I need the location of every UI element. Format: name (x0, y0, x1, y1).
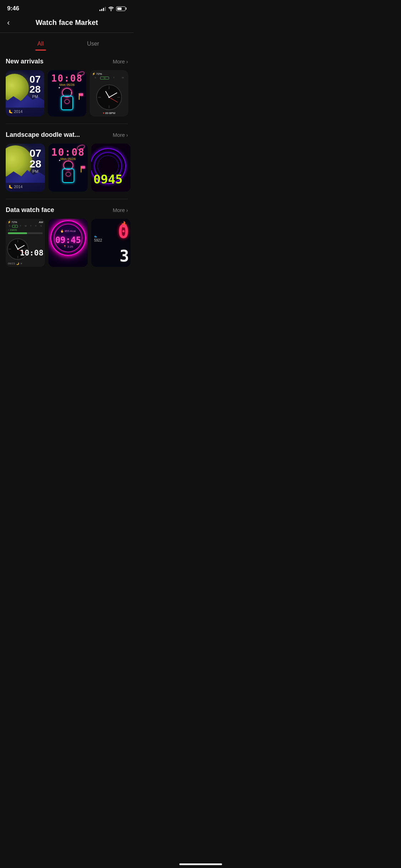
lightning-icon: ⚡ (92, 72, 96, 76)
status-time: 9:46 (7, 5, 19, 12)
cards-row-data: ⚡ 72% AM S M T W T F S ↑ 2340S (0, 219, 134, 267)
weekday-row: S M T W (91, 77, 127, 79)
neon-time-display: 0945 (93, 173, 123, 185)
status-icons (99, 6, 127, 11)
progress-bar-bg (8, 232, 43, 234)
location-pin-icon: 📍 (63, 245, 67, 248)
section-landscape-doodle: Landscape doodle wat... More › 07 28 PM … (0, 131, 134, 192)
cards-row-landscape: 07 28 PM 🦶 2014 10:08 Mon 05/26 (0, 144, 134, 192)
more-button-new-arrivals[interactable]: More › (113, 58, 128, 64)
walk-icon: 🦶 (9, 185, 13, 189)
analog-clock-face (96, 84, 122, 110)
section-title-new-arrivals: New arrivals (6, 58, 43, 65)
chevron-right-icon-3: › (126, 207, 128, 213)
astro-date-2: Mon 05/26 (48, 157, 88, 161)
section-header-landscape: Landscape doodle wat... More › (0, 131, 134, 139)
clock-center-2 (17, 248, 19, 250)
steps-count-number: 5922 (94, 238, 102, 242)
section-new-arrivals: New arrivals More › 07 28 PM 🦶 2014 10:0… (0, 58, 134, 117)
arrow-up-icon: ↑ (8, 229, 9, 231)
status-bar: 9:46 (0, 0, 134, 16)
card-astro-1[interactable]: 10:08 Mon 05/26 ✦ ✦ (48, 70, 86, 117)
section-data-watch: Data watch face More › ⚡ 72% AM S M T W (0, 206, 134, 267)
suit-graphic-2 (62, 169, 74, 183)
svg-point-0 (110, 10, 112, 11)
second-hand (109, 97, 118, 103)
separator-1 (6, 124, 128, 124)
section-title-landscape: Landscape doodle wat... (6, 131, 80, 139)
bpm-display: ♥ 89 BPM (103, 112, 115, 115)
card-time-display-2: 07 28 PM (30, 148, 41, 174)
card-data-clock-1[interactable]: ⚡ 72% AM S M T W T F S ↑ 2340S (6, 219, 45, 267)
neon-center-time: 09:45 (48, 235, 88, 245)
bottom-spacer (0, 267, 134, 285)
card-year-label: 🦶 2014 (9, 109, 22, 114)
signal-icon (99, 6, 106, 11)
wifi-icon (108, 6, 114, 11)
tab-user[interactable]: User (67, 37, 120, 51)
card-neon-glow-1[interactable]: 🔥 855 Kcal 09:45 📍 2.25 (48, 219, 88, 267)
star-icon: 🦶 (9, 110, 13, 114)
page-title: Watch face Market (36, 19, 98, 27)
data1-weekday: S M T W T F S (7, 225, 43, 228)
back-button[interactable]: ‹ (7, 18, 10, 27)
card-data-numbers-1[interactable]: 🔥 👟 5922 0 3 (91, 219, 130, 267)
sparkle-icon: ✦ (58, 86, 61, 89)
location-display: 📍 2.25 (48, 245, 88, 248)
data1-top-bar: ⚡ 72% AM (7, 221, 43, 224)
big-number-white: 3 (120, 248, 129, 264)
card-moon-1[interactable]: 07 28 PM 🦶 2014 (6, 70, 44, 117)
card-year-label-2: 🦶 2014 (9, 185, 22, 189)
shoe-icon: 👟 (94, 235, 97, 238)
section-header-new-arrivals: New arrivals More › (0, 58, 134, 65)
more-button-landscape[interactable]: More › (113, 132, 128, 138)
separator-2 (6, 199, 128, 199)
heart-icon: ♥ (103, 112, 105, 115)
steps-count-label: 👟 (94, 235, 97, 238)
astronaut-graphic-2: ✦ (57, 161, 80, 187)
flame-icon-small: 🔥 (60, 229, 64, 233)
astronaut-graphic: ✦ ✦ (56, 88, 78, 113)
card-time-display: 07 28 PM (30, 74, 41, 99)
sparkle-icon-2: ✦ (58, 159, 61, 162)
more-button-data[interactable]: More › (113, 207, 128, 213)
steps-label: ↑ 2340S (8, 229, 17, 231)
flag-graphic (79, 93, 79, 100)
chevron-right-icon-2: › (126, 132, 128, 138)
header: ‹ Watch face Market (0, 16, 134, 32)
lightning-icon-2: ⚡ (7, 221, 11, 224)
tabs-container: All User (0, 37, 134, 51)
flag-graphic-2 (81, 166, 82, 172)
clock-center-dot (108, 97, 110, 98)
moon-phase-icon: 🌙 (16, 262, 19, 265)
section-header-data: Data watch face More › (0, 206, 134, 214)
big-number-red: 0 (118, 222, 129, 241)
data1-date-display: 08/23 🌙 ✕ (8, 262, 22, 265)
card-digital-1[interactable]: ⚡ 72% S M T W (90, 70, 128, 117)
tab-all[interactable]: All (14, 37, 67, 51)
cards-row-new-arrivals: 07 28 PM 🦶 2014 10:08 Mon 05/26 (0, 70, 134, 117)
battery-display: ⚡ 72% (92, 72, 102, 76)
card-astro-2[interactable]: 10:08 Mon 05/26 ✦ (48, 144, 88, 192)
chest-panel-2 (66, 172, 71, 176)
chest-panel (65, 99, 70, 104)
sparkle-small-icon: ✦ (71, 92, 72, 94)
chevron-right-icon: › (126, 59, 128, 64)
data1-time-number: 10:08 (20, 249, 43, 257)
kcal-display: 🔥 855 Kcal (48, 229, 88, 233)
section-title-data: Data watch face (6, 206, 54, 214)
card-moon-2[interactable]: 07 28 PM 🦶 2014 (6, 144, 45, 192)
card-neon-circle-1[interactable]: 0945 (91, 144, 130, 192)
battery-icon (116, 6, 127, 11)
header-divider (0, 32, 134, 33)
minute-hand (109, 92, 117, 97)
astro-date: Mon 05/26 (48, 83, 86, 87)
suit-graphic (61, 96, 73, 110)
progress-bar-fill (8, 232, 27, 234)
